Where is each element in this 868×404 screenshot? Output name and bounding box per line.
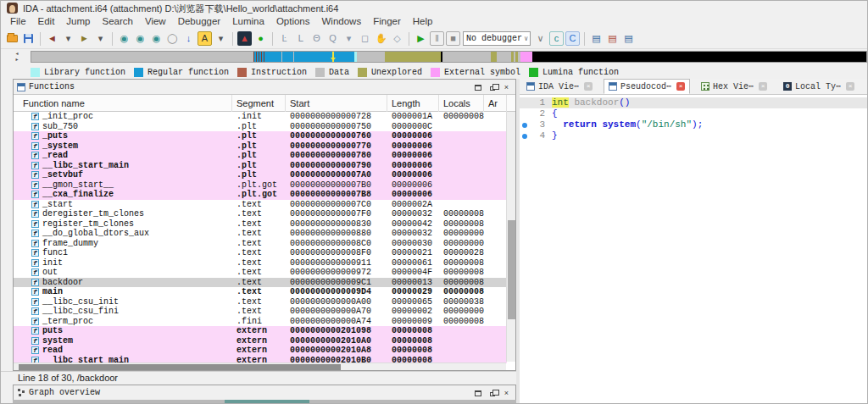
function-row-_setvbuf[interactable]: f_setvbuf.plt00000000000007A000000006 <box>14 170 507 180</box>
function-row-puts[interactable]: fputsextern000000000020109800000008 <box>14 326 507 336</box>
strings-window-icon[interactable]: ◉ <box>149 31 164 46</box>
line-mark-dot-icon[interactable] <box>522 123 527 128</box>
tab-close-icon[interactable]: × <box>759 82 767 91</box>
continue-until-c-icon[interactable]: c <box>549 31 564 46</box>
close-icon[interactable]: × <box>501 388 512 398</box>
navigator-band[interactable] <box>31 51 867 63</box>
function-row-__gmon_start__[interactable]: f__gmon_start__.plt.got00000000000007B00… <box>14 180 507 191</box>
jump-back-dropdown-icon[interactable]: ▾ <box>61 31 75 46</box>
debug-threads-icon[interactable]: Θ <box>309 31 324 46</box>
menu-jump[interactable]: Jump <box>60 15 96 29</box>
navband-segment-unexplored[interactable] <box>491 52 497 63</box>
debugger-select[interactable]: No debugger∨ <box>463 31 531 46</box>
horizontal-scrollbar[interactable] <box>14 362 506 370</box>
navband-segment-data[interactable] <box>293 52 294 63</box>
close-icon[interactable]: × <box>501 82 512 92</box>
function-row-_read[interactable]: f_read.plt000000000000078000000006 <box>14 151 507 161</box>
maximize-icon[interactable] <box>472 82 483 92</box>
tab-ida-view[interactable]: IDA Vie⋯× <box>521 79 598 94</box>
function-row-backdoor[interactable]: fbackdoor.text00000000000009C10000001300… <box>14 278 507 288</box>
navband-segment-black[interactable] <box>441 52 442 63</box>
tab-hex-view[interactable]: Hex Vie⋯× <box>696 79 772 94</box>
graph-overview-canvas[interactable] <box>13 400 516 404</box>
vertical-scrollbar-thumb[interactable] <box>508 220 515 319</box>
function-row-main[interactable]: fmain.text00000000000009D400000029000000… <box>14 287 507 297</box>
function-row-_term_proc[interactable]: f_term_proc.fini0000000000000A7400000009… <box>14 317 507 327</box>
pause-process-icon[interactable]: ‖ <box>430 31 444 46</box>
float-icon[interactable] <box>487 82 498 92</box>
function-row-_start[interactable]: f_start.text00000000000007C00000002A <box>14 200 507 210</box>
function-row-sub_750[interactable]: fsub_750.plt00000000000007500000000C <box>14 122 507 132</box>
debug-hand-icon[interactable]: ✋ <box>374 31 388 46</box>
start-process-icon[interactable]: ▶ <box>414 31 428 46</box>
menu-debugger[interactable]: Debugger <box>172 15 227 29</box>
vertical-scrollbar[interactable] <box>506 112 515 362</box>
function-row-__libc_csu_fini[interactable]: f__libc_csu_fini.text0000000000000A70000… <box>14 307 507 317</box>
float-icon[interactable] <box>487 388 498 398</box>
column-header-length[interactable]: Length <box>387 95 439 112</box>
jump-back-icon[interactable]: ◄ <box>45 31 59 46</box>
menu-finger[interactable]: Finger <box>367 15 407 29</box>
lumina-status-icon[interactable]: ● <box>253 31 268 46</box>
tab-local-types[interactable]: 0Local Ty⋯× <box>778 79 860 94</box>
run-to-icon[interactable]: ▤ <box>621 31 636 46</box>
column-header-ar[interactable]: Ar <box>484 95 507 112</box>
stop-process-icon[interactable]: ■ <box>446 31 460 46</box>
debug-library-icon[interactable]: Ŀ <box>277 31 292 46</box>
navband-segment-external[interactable] <box>520 52 532 63</box>
text-view-icon[interactable]: A <box>198 31 212 46</box>
function-row-func1[interactable]: ffunc1.text00000000000008F00000002100000… <box>14 248 507 258</box>
jump-forward-dropdown-icon[interactable]: ▾ <box>93 31 108 46</box>
pseudocode-view[interactable]: 1int backdoor()2{3 return system("/bin/s… <box>520 95 868 404</box>
function-row-init[interactable]: finit.text000000000000091100000061000000… <box>14 258 507 268</box>
line-mark-dot-icon[interactable] <box>522 134 527 139</box>
debug-window-icon[interactable]: ◻ <box>358 31 372 46</box>
function-row-__libc_csu_init[interactable]: f__libc_csu_init.text0000000000000A00000… <box>14 297 507 307</box>
column-header-function-name[interactable]: Function name <box>14 95 232 112</box>
function-row-_system[interactable]: f_system.plt000000000000077000000006 <box>14 141 507 152</box>
function-row-deregister_tm_clones[interactable]: fderegister_tm_clones.text00000000000007… <box>14 209 507 219</box>
function-row-__libc_start_main[interactable]: f__libc_start_main.plt000000000000079000… <box>14 161 507 171</box>
text-view-dropdown-icon[interactable]: ▾ <box>214 31 228 46</box>
navigator-scroll-arrows[interactable]: ◂▸ <box>14 51 20 63</box>
graph-overview-viewport[interactable] <box>225 400 309 404</box>
navband-segment-stripes[interactable] <box>253 52 266 63</box>
function-row-read[interactable]: freadextern00000000002010A800000008 <box>14 346 507 356</box>
function-row-system[interactable]: fsystemextern00000000002010A000000008 <box>14 336 507 346</box>
column-header-locals[interactable]: Locals <box>439 95 484 112</box>
function-row-frame_dummy[interactable]: fframe_dummy.text00000000000008C00000003… <box>14 239 507 249</box>
tab-pseudocode[interactable]: Pseudocod⋯× <box>604 79 690 94</box>
navband-segment-unexplored[interactable] <box>511 52 514 63</box>
horizontal-scrollbar-thumb[interactable] <box>19 364 341 370</box>
graph-overview-header[interactable]: Graph overview × <box>14 385 515 401</box>
segments-icon[interactable]: ◯ <box>165 31 180 46</box>
menu-file[interactable]: File <box>4 15 32 29</box>
jump-address-icon[interactable]: ↓ <box>181 31 196 46</box>
debug-modules-icon[interactable]: Ⅼ <box>293 31 308 46</box>
function-row-__do_global_dtors_aux[interactable]: f__do_global_dtors_aux.text0000000000000… <box>14 229 507 239</box>
functions-panel-header[interactable]: Functions × <box>14 80 515 95</box>
jump-forward-icon[interactable]: ► <box>77 31 92 46</box>
tab-close-icon[interactable]: × <box>846 82 854 91</box>
function-row-_puts[interactable]: f_puts.plt000000000000076000000006 <box>14 131 507 141</box>
tab-close-icon[interactable]: × <box>676 82 685 91</box>
menu-lumina[interactable]: Lumina <box>226 15 270 29</box>
navband-segment-unexplored[interactable] <box>515 52 518 63</box>
menu-edit[interactable]: Edit <box>32 15 61 29</box>
debug-diamond-icon[interactable]: ◇ <box>390 31 404 46</box>
step-into-icon[interactable]: ▤ <box>589 31 604 46</box>
navband-segment-data[interactable] <box>281 52 282 63</box>
navband-segment-black[interactable] <box>532 52 867 63</box>
function-row-register_tm_clones[interactable]: fregister_tm_clones.text0000000000000830… <box>14 219 507 230</box>
menu-windows[interactable]: Windows <box>316 15 368 29</box>
navband-position-marker-icon[interactable] <box>332 52 334 63</box>
debug-search-icon[interactable]: Q <box>326 31 340 46</box>
navband-segment-regular[interactable] <box>266 52 307 63</box>
navigator-icon[interactable]: ▲ <box>237 31 252 46</box>
column-header-segment[interactable]: Segment <box>232 95 286 112</box>
tab-close-icon[interactable]: × <box>584 82 593 91</box>
menu-help[interactable]: Help <box>407 15 439 29</box>
menu-options[interactable]: Options <box>270 15 316 29</box>
functions-window-icon[interactable]: ◉ <box>133 31 147 46</box>
step-over-icon[interactable]: ▤ <box>605 31 620 46</box>
